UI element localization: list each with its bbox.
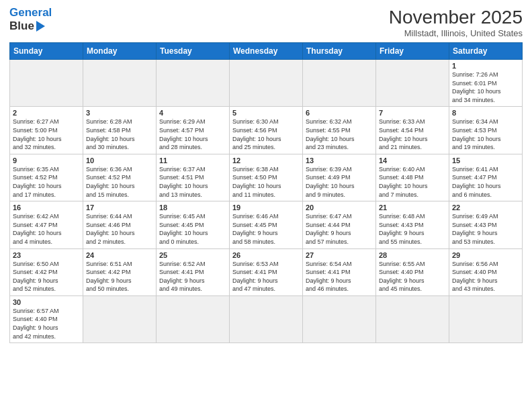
day-info: Sunrise: 6:57 AM Sunset: 4:40 PM Dayligh… — [13, 307, 80, 340]
day-info: Sunrise: 6:41 AM Sunset: 4:47 PM Dayligh… — [452, 165, 519, 199]
day-number: 25 — [159, 251, 226, 259]
day-of-week-header: Tuesday — [157, 43, 230, 60]
day-number: 19 — [232, 203, 300, 212]
day-info: Sunrise: 6:34 AM Sunset: 4:53 PM Dayligh… — [452, 118, 519, 151]
day-number: 8 — [452, 109, 519, 117]
day-number: 20 — [306, 203, 373, 212]
day-number: 24 — [86, 251, 153, 259]
day-number: 9 — [13, 156, 80, 165]
calendar-cell — [230, 60, 303, 107]
logo-blue-text: Blue — [9, 19, 34, 33]
calendar-cell: 24Sunrise: 6:51 AM Sunset: 4:42 PM Dayli… — [83, 248, 157, 295]
calendar-title: November 2025 — [389, 7, 523, 28]
day-number: 13 — [306, 156, 373, 165]
calendar-week-row: 16Sunrise: 6:42 AM Sunset: 4:47 PM Dayli… — [10, 201, 523, 248]
day-number: 18 — [159, 203, 226, 212]
title-block: November 2025 Millstadt, Illinois, Unite… — [389, 7, 523, 38]
calendar-cell: 10Sunrise: 6:36 AM Sunset: 4:52 PM Dayli… — [83, 154, 157, 201]
calendar-cell — [376, 60, 449, 107]
calendar-cell: 2Sunrise: 6:27 AM Sunset: 5:00 PM Daylig… — [10, 107, 83, 154]
calendar-cell — [303, 60, 376, 107]
day-of-week-header: Friday — [376, 43, 449, 60]
calendar-cell: 18Sunrise: 6:45 AM Sunset: 4:45 PM Dayli… — [157, 201, 230, 248]
day-info: Sunrise: 6:56 AM Sunset: 4:40 PM Dayligh… — [452, 260, 519, 293]
day-info: Sunrise: 6:37 AM Sunset: 4:51 PM Dayligh… — [159, 165, 226, 199]
day-number: 26 — [232, 251, 300, 259]
day-info: Sunrise: 6:50 AM Sunset: 4:42 PM Dayligh… — [13, 260, 80, 293]
calendar-cell: 9Sunrise: 6:35 AM Sunset: 4:52 PM Daylig… — [10, 154, 83, 201]
day-info: Sunrise: 6:46 AM Sunset: 4:45 PM Dayligh… — [232, 212, 300, 246]
day-info: Sunrise: 6:55 AM Sunset: 4:40 PM Dayligh… — [379, 260, 446, 293]
calendar-header-row: SundayMondayTuesdayWednesdayThursdayFrid… — [10, 43, 523, 60]
day-number: 6 — [306, 109, 373, 117]
day-number: 14 — [379, 156, 446, 165]
day-info: Sunrise: 6:42 AM Sunset: 4:47 PM Dayligh… — [13, 212, 80, 246]
day-info: Sunrise: 6:27 AM Sunset: 5:00 PM Dayligh… — [13, 118, 80, 151]
day-info: Sunrise: 6:44 AM Sunset: 4:46 PM Dayligh… — [86, 212, 153, 246]
calendar-cell — [83, 295, 157, 342]
calendar-cell: 5Sunrise: 6:30 AM Sunset: 4:56 PM Daylig… — [230, 107, 303, 154]
header: General Blue November 2025 Millstadt, Il… — [9, 7, 523, 38]
day-info: Sunrise: 6:51 AM Sunset: 4:42 PM Dayligh… — [86, 260, 153, 293]
calendar-cell: 13Sunrise: 6:39 AM Sunset: 4:49 PM Dayli… — [303, 154, 376, 201]
day-info: Sunrise: 6:28 AM Sunset: 4:58 PM Dayligh… — [86, 118, 153, 151]
day-number: 10 — [86, 156, 153, 165]
logo: General Blue — [9, 7, 52, 33]
calendar-cell: 6Sunrise: 6:32 AM Sunset: 4:55 PM Daylig… — [303, 107, 376, 154]
calendar-cell: 20Sunrise: 6:47 AM Sunset: 4:44 PM Dayli… — [303, 201, 376, 248]
day-info: Sunrise: 6:53 AM Sunset: 4:41 PM Dayligh… — [232, 260, 300, 293]
day-info: Sunrise: 6:48 AM Sunset: 4:43 PM Dayligh… — [379, 212, 446, 246]
day-info: Sunrise: 6:47 AM Sunset: 4:44 PM Dayligh… — [306, 212, 373, 246]
calendar-cell — [83, 60, 157, 107]
day-number: 3 — [86, 109, 153, 117]
calendar-table: SundayMondayTuesdayWednesdayThursdayFrid… — [9, 42, 523, 343]
day-info: Sunrise: 7:26 AM Sunset: 6:01 PM Dayligh… — [452, 71, 519, 104]
day-number: 1 — [452, 62, 519, 70]
day-info: Sunrise: 6:54 AM Sunset: 4:41 PM Dayligh… — [306, 260, 373, 293]
calendar-cell: 7Sunrise: 6:33 AM Sunset: 4:54 PM Daylig… — [376, 107, 449, 154]
calendar-cell: 16Sunrise: 6:42 AM Sunset: 4:47 PM Dayli… — [10, 201, 83, 248]
day-info: Sunrise: 6:52 AM Sunset: 4:41 PM Dayligh… — [159, 260, 226, 293]
day-info: Sunrise: 6:33 AM Sunset: 4:54 PM Dayligh… — [379, 118, 446, 151]
day-number: 15 — [452, 156, 519, 165]
calendar-cell: 28Sunrise: 6:55 AM Sunset: 4:40 PM Dayli… — [376, 248, 449, 295]
day-number: 30 — [13, 298, 80, 306]
day-number: 27 — [306, 251, 373, 259]
day-info: Sunrise: 6:49 AM Sunset: 4:43 PM Dayligh… — [452, 212, 519, 246]
day-info: Sunrise: 6:38 AM Sunset: 4:50 PM Dayligh… — [232, 165, 300, 199]
calendar-cell: 12Sunrise: 6:38 AM Sunset: 4:50 PM Dayli… — [230, 154, 303, 201]
calendar-cell: 11Sunrise: 6:37 AM Sunset: 4:51 PM Dayli… — [157, 154, 230, 201]
day-number: 28 — [379, 251, 446, 259]
calendar-cell — [157, 60, 230, 107]
calendar-cell: 17Sunrise: 6:44 AM Sunset: 4:46 PM Dayli… — [83, 201, 157, 248]
day-of-week-header: Wednesday — [230, 43, 303, 60]
day-number: 16 — [13, 203, 80, 212]
day-number: 21 — [379, 203, 446, 212]
calendar-cell: 26Sunrise: 6:53 AM Sunset: 4:41 PM Dayli… — [230, 248, 303, 295]
calendar-week-row: 9Sunrise: 6:35 AM Sunset: 4:52 PM Daylig… — [10, 154, 523, 201]
calendar-cell: 22Sunrise: 6:49 AM Sunset: 4:43 PM Dayli… — [449, 201, 523, 248]
calendar-cell — [230, 295, 303, 342]
day-number: 2 — [13, 109, 80, 117]
calendar-cell: 21Sunrise: 6:48 AM Sunset: 4:43 PM Dayli… — [376, 201, 449, 248]
calendar-cell — [157, 295, 230, 342]
day-info: Sunrise: 6:39 AM Sunset: 4:49 PM Dayligh… — [306, 165, 373, 199]
logo-bottom: Blue — [9, 19, 52, 33]
calendar-cell: 8Sunrise: 6:34 AM Sunset: 4:53 PM Daylig… — [449, 107, 523, 154]
calendar-cell: 29Sunrise: 6:56 AM Sunset: 4:40 PM Dayli… — [449, 248, 523, 295]
day-number: 11 — [159, 156, 226, 165]
day-info: Sunrise: 6:36 AM Sunset: 4:52 PM Dayligh… — [86, 165, 153, 199]
calendar-cell: 3Sunrise: 6:28 AM Sunset: 4:58 PM Daylig… — [83, 107, 157, 154]
calendar-week-row: 23Sunrise: 6:50 AM Sunset: 4:42 PM Dayli… — [10, 248, 523, 295]
day-info: Sunrise: 6:45 AM Sunset: 4:45 PM Dayligh… — [159, 212, 226, 246]
day-number: 12 — [232, 156, 300, 165]
day-number: 22 — [452, 203, 519, 212]
day-info: Sunrise: 6:29 AM Sunset: 4:57 PM Dayligh… — [159, 118, 226, 151]
calendar-cell: 23Sunrise: 6:50 AM Sunset: 4:42 PM Dayli… — [10, 248, 83, 295]
logo-text: General — [9, 7, 52, 19]
day-number: 7 — [379, 109, 446, 117]
calendar-cell: 4Sunrise: 6:29 AM Sunset: 4:57 PM Daylig… — [157, 107, 230, 154]
day-number: 5 — [232, 109, 300, 117]
day-number: 29 — [452, 251, 519, 259]
day-number: 23 — [13, 251, 80, 259]
